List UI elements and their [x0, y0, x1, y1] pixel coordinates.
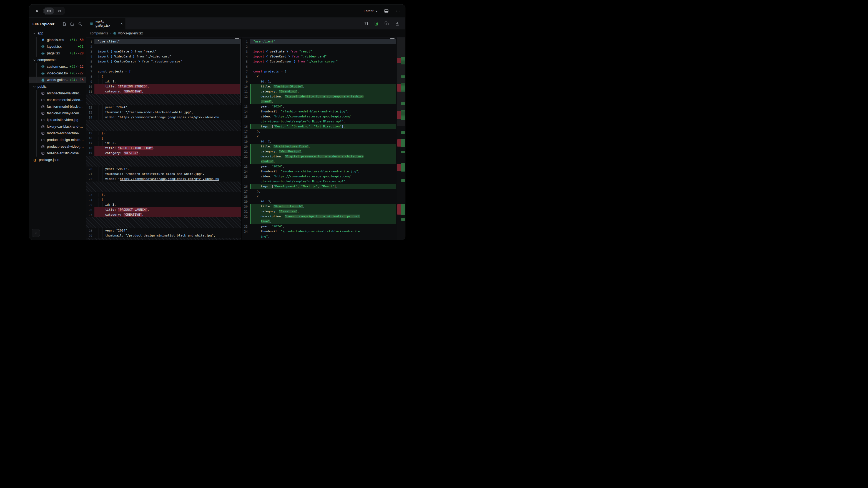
version-label: Latest [364, 9, 373, 13]
file-label: modern-architecture-… [47, 131, 84, 135]
ellipsis-icon [396, 9, 400, 13]
new-folder-button[interactable] [70, 22, 75, 26]
diff-minimap[interactable] [397, 37, 405, 240]
sidebar-file-luxury-car-black-and-[interactable]: luxury-car-black-and-… [29, 123, 86, 130]
code-line: 19 category: "DESIGN", [86, 151, 241, 156]
sidebar-file-product-design-minim[interactable]: product-design-minim… [29, 137, 86, 143]
code-text: year: "2024", [251, 104, 396, 109]
collapse-panel-button[interactable] [33, 7, 41, 15]
line-number: 8 [86, 74, 94, 79]
breadcrumb-folder[interactable]: components [90, 31, 108, 35]
preview-toggle-button[interactable] [44, 7, 54, 14]
sidebar-file-page.tsx[interactable]: page.tsx+81/-28 [29, 50, 86, 57]
code-line: 29 thumbnail: "/product-design-minimalis… [86, 233, 241, 238]
code-text: description: "Launch campaign for a mini… [251, 214, 396, 219]
sidebar-file-fashion-runway-scen[interactable]: fashion-runway-scen… [29, 110, 86, 117]
code-line: 4import { VideoCard } from "./video-card… [242, 54, 396, 59]
diff-filler [86, 120, 241, 131]
more-options-button[interactable] [395, 8, 401, 14]
code-line: 11 category: "BRANDING", [86, 89, 241, 94]
minimap-deletion-mark [397, 164, 401, 171]
line-number: 13 [86, 110, 94, 115]
sidebar-file-custom-curs[interactable]: custom-curs…+33/-12 [29, 63, 86, 70]
chevron-down-icon [33, 32, 36, 35]
breadcrumb-file[interactable]: works-gallery.tsx [118, 31, 143, 35]
sidebar-file-red-lips-artistic-close[interactable]: red-lips-artistic-close… [29, 150, 86, 157]
code-line: 32 description: "Launch campaign for a m… [242, 214, 396, 219]
sidebar-file-globals.css[interactable]: #globals.css+51/-50 [29, 37, 86, 43]
horizontal-scrollbar-thumb[interactable] [235, 38, 239, 39]
sidebar-file-architecture-walkthro[interactable]: architecture-walkthro… [29, 90, 86, 97]
sidebar-folder-public[interactable]: public [29, 83, 86, 90]
code-line: 34 thumbnail: "/product-design-minimalis… [242, 229, 396, 234]
sidebar-folder-components[interactable]: components [29, 57, 86, 63]
code-text: }, [95, 131, 241, 136]
editor-area: works-gallery.tsx × components › [86, 18, 405, 240]
file-label: page.tsx [47, 51, 68, 55]
sidebar-folder-app[interactable]: app [29, 30, 86, 37]
code-text: thumbnail: "/modern-architecture-black-a… [251, 169, 396, 174]
code-text: category: "Branding", [251, 89, 396, 94]
collapse-sidebar-button[interactable] [32, 229, 40, 237]
collapse-left-icon [34, 231, 38, 235]
code-line: 15 video: "https://commondatastorage.goo… [242, 114, 396, 119]
chevrons-left-icon [35, 9, 39, 13]
line-number: 24 [242, 169, 250, 174]
copy-button[interactable] [383, 20, 390, 27]
sidebar-file-fashion-model-black-[interactable]: fashion-model-black-… [29, 103, 86, 110]
code-line: 28 year: "2024", [86, 228, 241, 233]
tab-works-gallery[interactable]: works-gallery.tsx × [86, 18, 126, 29]
tab-close-button[interactable]: × [121, 22, 123, 26]
code-text: import { VideoCard } from "./video-card" [95, 54, 241, 59]
sidebar-file-modern-architecture-[interactable]: modern-architecture-… [29, 130, 86, 137]
code-toggle-button[interactable] [54, 7, 64, 14]
code-line: 8 { [86, 74, 241, 79]
minimap-addition-mark [401, 110, 405, 120]
new-file-button[interactable] [62, 22, 67, 26]
react-icon [41, 52, 45, 55]
line-number: 23 [86, 192, 94, 197]
line-number: 28 [242, 194, 250, 199]
line-number: 25 [242, 174, 250, 179]
image-icon [41, 138, 45, 142]
chevron-down-icon [375, 10, 378, 12]
sidebar-file-package.json[interactable]: {}package.json [29, 157, 86, 163]
sidebar-file-layout.tsx[interactable]: layout.tsx+51 [29, 43, 86, 50]
code-line: 31 category: "Creative", [242, 209, 396, 214]
react-icon [41, 78, 45, 82]
code-line: 18 title: "ARCHITECTURE FIRM", [86, 146, 241, 151]
sidebar-file-car-commercial-video[interactable]: car-commercial-video… [29, 97, 86, 103]
line-number: 10 [242, 84, 250, 89]
line-number: 24 [86, 197, 94, 202]
download-button[interactable] [394, 20, 401, 27]
line-number: 9 [242, 79, 250, 84]
search-files-button[interactable] [78, 22, 83, 26]
code-text: { [95, 136, 241, 141]
code-line: 1"use client" [242, 39, 396, 44]
minimap-deletion-mark [397, 58, 401, 63]
sidebar-file-works-galler[interactable]: works-galler…+24/-13 [29, 76, 86, 83]
diff-view-button[interactable] [373, 20, 379, 27]
line-number: 23 [242, 164, 250, 169]
download-icon [395, 21, 400, 26]
code-text: title: "FASHION STUDIO", [95, 84, 241, 89]
code-text: category: "DESIGN", [95, 151, 241, 156]
sidebar-file-product-reveal-video.j[interactable]: product-reveal-video.j… [29, 143, 86, 150]
bottom-panel-button[interactable] [383, 8, 390, 14]
line-number: 19 [242, 139, 250, 144]
code-line: 26 tags: ["Development", "Next.js", "Rea… [242, 184, 396, 189]
diff-filler [86, 238, 241, 240]
sidebar-file-video-card.tsx[interactable]: video-card.tsx+76/-27 [29, 70, 86, 76]
image-icon [41, 145, 45, 149]
diff-file-icon [374, 21, 378, 26]
split-view-button[interactable] [362, 20, 369, 27]
code-line: 1"use client" [86, 39, 241, 44]
line-number: 12 [242, 94, 250, 99]
code-line: 26 title: "PRODUCT LAUNCH", [86, 207, 241, 213]
version-dropdown[interactable]: Latest [364, 9, 378, 13]
horizontal-scrollbar-thumb[interactable] [390, 38, 395, 39]
vertical-scrollbar-thumb[interactable] [240, 39, 241, 103]
sidebar-file-lips-artistic-video.jpg[interactable]: lips-artistic-video.jpg [29, 117, 86, 123]
copy-icon [384, 21, 389, 26]
code-text: thumbnail: "/fashion-model-black-and-whi… [95, 110, 241, 115]
